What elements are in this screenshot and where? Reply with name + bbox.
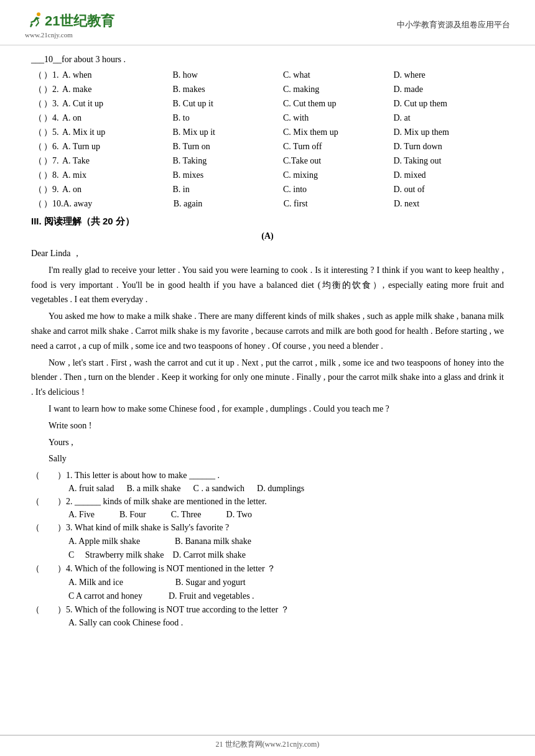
table-row: （ ）4. A. on B. to C. with D. at xyxy=(31,113,504,124)
option-three: C. Three xyxy=(171,510,202,520)
table-row: （ ）7. A. Take B. Taking C.Take out D. Ta… xyxy=(31,155,504,167)
comp-q4-opts-row2: C A carrot and honey D. Fruit and vegeta… xyxy=(68,591,504,602)
section3-sub: (A) xyxy=(31,231,504,241)
greeting: Dear Linda ， xyxy=(31,246,504,261)
table-row: （ ）9. A. on B. in C. into D. out of xyxy=(31,184,504,195)
passage-p4: I want to learn how to make some Chinese… xyxy=(31,402,504,417)
comp-q3-opts-row1: A. Apple milk shake B. Banana milk shake xyxy=(68,536,504,547)
passage-p1: I'm really glad to receive your letter .… xyxy=(31,263,504,307)
comp-q4-opts-row1: A. Milk and ice B. Sugar and yogurt xyxy=(68,577,504,588)
footer: 21 世纪教育网(www.21cnjy.com) xyxy=(0,735,535,750)
table-row: （ ）1. A. when B. how C. what D. where xyxy=(31,70,504,81)
comp-q1: （ ）1. This letter is about how to make _… xyxy=(31,470,504,481)
passage-p7: Sally xyxy=(31,451,504,466)
comp-q3-opts-row2: C Strawberry milk shake D. Carrot milk s… xyxy=(68,550,504,561)
content: ___10__for about 3 hours . （ ）1. A. when… xyxy=(0,52,535,637)
page: 21世纪教育 www.21cnjy.com 中小学教育资源及组卷应用平台 ___… xyxy=(0,0,535,756)
passage-p6: Yours , xyxy=(31,435,504,450)
table-row: （ ）2. A. make B. makes C. making D. made xyxy=(31,84,504,95)
comp-q5: （ ）5. Which of the following is NOT true… xyxy=(31,604,504,615)
passage-p2: You asked me how to make a milk shake . … xyxy=(31,309,504,353)
section3-title: III. 阅读理解（共 20 分） xyxy=(31,216,504,228)
logo-url: www.21cnjy.com xyxy=(25,31,73,39)
table-row: （ ）3. A. Cut it up B. Cut up it C. Cut t… xyxy=(31,98,504,109)
table-row: （ ）6. A. Turn up B. Turn on C. Turn off … xyxy=(31,141,504,152)
comp-q4: （ ）4. Which of the following is NOT ment… xyxy=(31,563,504,574)
footer-text: 21 世纪教育网(www.21cnjy.com) xyxy=(216,740,320,749)
comp-q5-opts: A. Sally can cook Chinese food . xyxy=(68,618,504,628)
logo-row: 21世纪教育 xyxy=(25,11,114,31)
comp-questions-section: （ ）1. This letter is about how to make _… xyxy=(31,470,504,628)
runner-icon xyxy=(25,11,45,31)
fill-blank-label: ___10__for about 3 hours . xyxy=(31,55,504,65)
comp-q2-options: A. Five B. Four C. Three D. Two xyxy=(68,510,504,520)
passage-p5: Write soon ! xyxy=(31,418,504,433)
table-row: （ ）5. A. Mix it up B. Mix up it C. Mix t… xyxy=(31,127,504,138)
svg-point-0 xyxy=(37,12,40,16)
comp-q2: （ ）2. ______ kinds of milk shake are men… xyxy=(31,496,504,507)
logo-area: 21世纪教育 www.21cnjy.com xyxy=(25,11,114,39)
table-row: （ ）8. A. mix B. mixes C. mixing D. mixed xyxy=(31,170,504,181)
comp-q1-options: A. fruit salad B. a milk shake C . a san… xyxy=(68,484,504,494)
logo-title: 21世纪教育 xyxy=(45,12,114,30)
passage-p3: Now , let's start . First , wash the car… xyxy=(31,356,504,400)
questions-section: （ ）1. A. when B. how C. what D. where （ … xyxy=(31,70,504,210)
table-row: （ ）10. A. away B. again C. first D. next xyxy=(31,198,504,210)
passage: Dear Linda ， I'm really glad to receive … xyxy=(31,246,504,466)
comp-q3: （ ）3. What kind of milk shake is Sally's… xyxy=(31,522,504,533)
header: 21世纪教育 www.21cnjy.com 中小学教育资源及组卷应用平台 xyxy=(0,0,535,45)
platform-text: 中小学教育资源及组卷应用平台 xyxy=(397,19,510,30)
